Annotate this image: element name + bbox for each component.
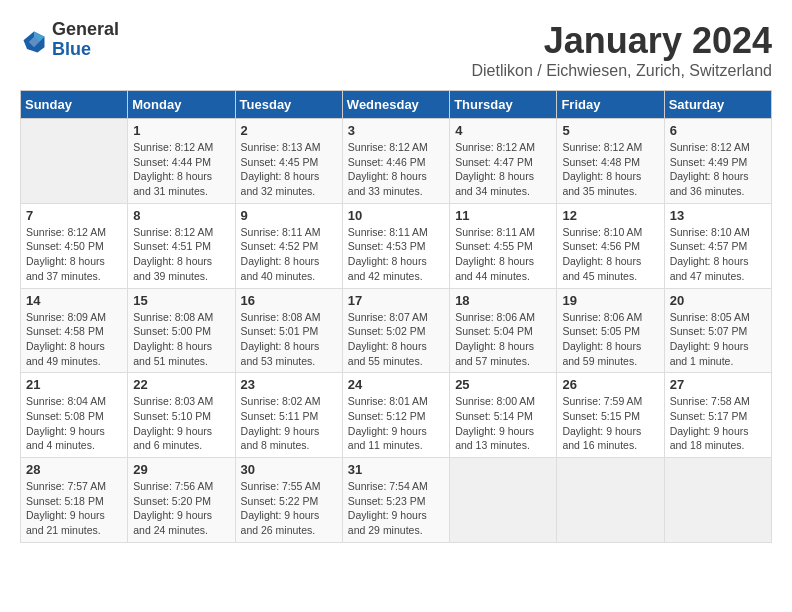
location: Dietlikon / Eichwiesen, Zurich, Switzerl… (471, 62, 772, 80)
calendar-cell: 28Sunrise: 7:57 AMSunset: 5:18 PMDayligh… (21, 458, 128, 543)
day-detail: Sunrise: 7:54 AMSunset: 5:23 PMDaylight:… (348, 479, 444, 538)
day-detail: Sunrise: 8:01 AMSunset: 5:12 PMDaylight:… (348, 394, 444, 453)
calendar-week-4: 21Sunrise: 8:04 AMSunset: 5:08 PMDayligh… (21, 373, 772, 458)
calendar-cell (450, 458, 557, 543)
day-detail: Sunrise: 8:12 AMSunset: 4:49 PMDaylight:… (670, 140, 766, 199)
logo-icon (20, 28, 48, 56)
day-detail: Sunrise: 7:55 AMSunset: 5:22 PMDaylight:… (241, 479, 337, 538)
calendar-cell: 27Sunrise: 7:58 AMSunset: 5:17 PMDayligh… (664, 373, 771, 458)
day-detail: Sunrise: 7:58 AMSunset: 5:17 PMDaylight:… (670, 394, 766, 453)
day-detail: Sunrise: 8:11 AMSunset: 4:53 PMDaylight:… (348, 225, 444, 284)
day-detail: Sunrise: 8:04 AMSunset: 5:08 PMDaylight:… (26, 394, 122, 453)
calendar-cell: 5Sunrise: 8:12 AMSunset: 4:48 PMDaylight… (557, 119, 664, 204)
calendar-cell: 25Sunrise: 8:00 AMSunset: 5:14 PMDayligh… (450, 373, 557, 458)
calendar-header-row: SundayMondayTuesdayWednesdayThursdayFrid… (21, 91, 772, 119)
day-number: 24 (348, 377, 444, 392)
day-detail: Sunrise: 8:06 AMSunset: 5:05 PMDaylight:… (562, 310, 658, 369)
column-header-tuesday: Tuesday (235, 91, 342, 119)
day-detail: Sunrise: 8:00 AMSunset: 5:14 PMDaylight:… (455, 394, 551, 453)
day-detail: Sunrise: 8:11 AMSunset: 4:55 PMDaylight:… (455, 225, 551, 284)
column-header-wednesday: Wednesday (342, 91, 449, 119)
calendar-cell (557, 458, 664, 543)
day-number: 26 (562, 377, 658, 392)
calendar-cell: 18Sunrise: 8:06 AMSunset: 5:04 PMDayligh… (450, 288, 557, 373)
calendar-cell: 14Sunrise: 8:09 AMSunset: 4:58 PMDayligh… (21, 288, 128, 373)
calendar-cell: 6Sunrise: 8:12 AMSunset: 4:49 PMDaylight… (664, 119, 771, 204)
day-detail: Sunrise: 7:59 AMSunset: 5:15 PMDaylight:… (562, 394, 658, 453)
title-block: January 2024 Dietlikon / Eichwiesen, Zur… (471, 20, 772, 80)
column-header-thursday: Thursday (450, 91, 557, 119)
calendar-cell: 30Sunrise: 7:55 AMSunset: 5:22 PMDayligh… (235, 458, 342, 543)
day-detail: Sunrise: 8:13 AMSunset: 4:45 PMDaylight:… (241, 140, 337, 199)
calendar-cell: 13Sunrise: 8:10 AMSunset: 4:57 PMDayligh… (664, 203, 771, 288)
day-number: 29 (133, 462, 229, 477)
day-number: 21 (26, 377, 122, 392)
day-number: 8 (133, 208, 229, 223)
day-number: 19 (562, 293, 658, 308)
calendar-cell: 31Sunrise: 7:54 AMSunset: 5:23 PMDayligh… (342, 458, 449, 543)
day-number: 11 (455, 208, 551, 223)
day-detail: Sunrise: 8:10 AMSunset: 4:56 PMDaylight:… (562, 225, 658, 284)
calendar-week-3: 14Sunrise: 8:09 AMSunset: 4:58 PMDayligh… (21, 288, 772, 373)
logo-general: General (52, 20, 119, 40)
day-number: 31 (348, 462, 444, 477)
calendar-cell: 8Sunrise: 8:12 AMSunset: 4:51 PMDaylight… (128, 203, 235, 288)
day-detail: Sunrise: 8:02 AMSunset: 5:11 PMDaylight:… (241, 394, 337, 453)
day-detail: Sunrise: 8:06 AMSunset: 5:04 PMDaylight:… (455, 310, 551, 369)
calendar-cell (21, 119, 128, 204)
calendar-week-5: 28Sunrise: 7:57 AMSunset: 5:18 PMDayligh… (21, 458, 772, 543)
calendar-week-2: 7Sunrise: 8:12 AMSunset: 4:50 PMDaylight… (21, 203, 772, 288)
calendar-cell: 29Sunrise: 7:56 AMSunset: 5:20 PMDayligh… (128, 458, 235, 543)
calendar-cell: 7Sunrise: 8:12 AMSunset: 4:50 PMDaylight… (21, 203, 128, 288)
logo-text: General Blue (52, 20, 119, 60)
column-header-monday: Monday (128, 91, 235, 119)
calendar-week-1: 1Sunrise: 8:12 AMSunset: 4:44 PMDaylight… (21, 119, 772, 204)
calendar-cell: 4Sunrise: 8:12 AMSunset: 4:47 PMDaylight… (450, 119, 557, 204)
column-header-saturday: Saturday (664, 91, 771, 119)
calendar-cell: 16Sunrise: 8:08 AMSunset: 5:01 PMDayligh… (235, 288, 342, 373)
day-number: 12 (562, 208, 658, 223)
day-number: 30 (241, 462, 337, 477)
day-number: 14 (26, 293, 122, 308)
day-detail: Sunrise: 8:07 AMSunset: 5:02 PMDaylight:… (348, 310, 444, 369)
logo: General Blue (20, 20, 119, 60)
day-number: 3 (348, 123, 444, 138)
day-number: 18 (455, 293, 551, 308)
day-number: 5 (562, 123, 658, 138)
day-detail: Sunrise: 8:08 AMSunset: 5:01 PMDaylight:… (241, 310, 337, 369)
day-detail: Sunrise: 8:10 AMSunset: 4:57 PMDaylight:… (670, 225, 766, 284)
calendar-cell: 26Sunrise: 7:59 AMSunset: 5:15 PMDayligh… (557, 373, 664, 458)
day-number: 25 (455, 377, 551, 392)
calendar-cell: 2Sunrise: 8:13 AMSunset: 4:45 PMDaylight… (235, 119, 342, 204)
calendar-cell: 23Sunrise: 8:02 AMSunset: 5:11 PMDayligh… (235, 373, 342, 458)
month-year: January 2024 (471, 20, 772, 62)
day-detail: Sunrise: 8:12 AMSunset: 4:51 PMDaylight:… (133, 225, 229, 284)
day-detail: Sunrise: 8:12 AMSunset: 4:46 PMDaylight:… (348, 140, 444, 199)
calendar-cell: 9Sunrise: 8:11 AMSunset: 4:52 PMDaylight… (235, 203, 342, 288)
day-detail: Sunrise: 7:57 AMSunset: 5:18 PMDaylight:… (26, 479, 122, 538)
calendar-cell: 11Sunrise: 8:11 AMSunset: 4:55 PMDayligh… (450, 203, 557, 288)
day-number: 27 (670, 377, 766, 392)
day-number: 28 (26, 462, 122, 477)
calendar-cell: 24Sunrise: 8:01 AMSunset: 5:12 PMDayligh… (342, 373, 449, 458)
day-detail: Sunrise: 8:12 AMSunset: 4:50 PMDaylight:… (26, 225, 122, 284)
calendar-cell: 20Sunrise: 8:05 AMSunset: 5:07 PMDayligh… (664, 288, 771, 373)
day-number: 9 (241, 208, 337, 223)
calendar-cell: 22Sunrise: 8:03 AMSunset: 5:10 PMDayligh… (128, 373, 235, 458)
calendar-cell: 3Sunrise: 8:12 AMSunset: 4:46 PMDaylight… (342, 119, 449, 204)
calendar-cell (664, 458, 771, 543)
day-number: 16 (241, 293, 337, 308)
day-detail: Sunrise: 8:12 AMSunset: 4:48 PMDaylight:… (562, 140, 658, 199)
column-header-friday: Friday (557, 91, 664, 119)
day-number: 15 (133, 293, 229, 308)
calendar-cell: 19Sunrise: 8:06 AMSunset: 5:05 PMDayligh… (557, 288, 664, 373)
day-detail: Sunrise: 8:09 AMSunset: 4:58 PMDaylight:… (26, 310, 122, 369)
column-header-sunday: Sunday (21, 91, 128, 119)
day-number: 17 (348, 293, 444, 308)
day-number: 4 (455, 123, 551, 138)
logo-blue: Blue (52, 40, 119, 60)
calendar-cell: 1Sunrise: 8:12 AMSunset: 4:44 PMDaylight… (128, 119, 235, 204)
day-number: 7 (26, 208, 122, 223)
day-detail: Sunrise: 8:08 AMSunset: 5:00 PMDaylight:… (133, 310, 229, 369)
calendar-cell: 17Sunrise: 8:07 AMSunset: 5:02 PMDayligh… (342, 288, 449, 373)
